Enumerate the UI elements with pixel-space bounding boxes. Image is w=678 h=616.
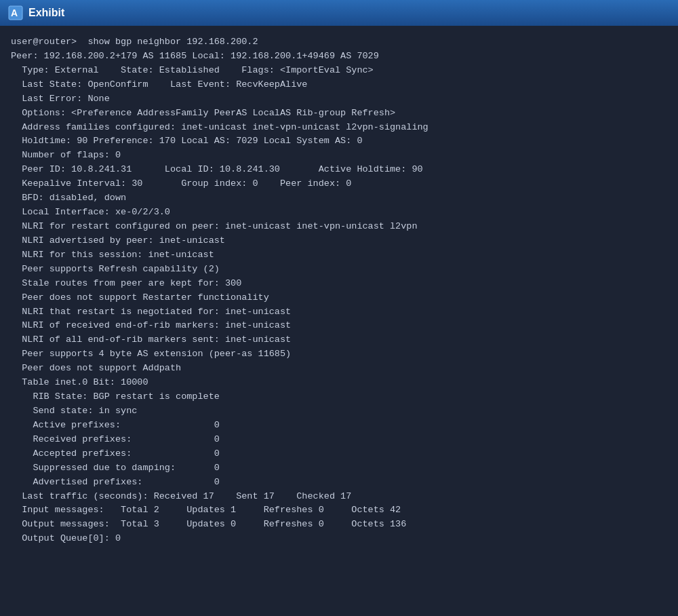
terminal-line: NLRI that restart is negotiated for: ine… (11, 305, 667, 320)
terminal-line: Input messages: Total 2 Updates 1 Refres… (11, 503, 667, 518)
terminal-line: Type: External State: Established Flags:… (11, 64, 667, 78)
terminal-line: Holdtime: 90 Preference: 170 Local AS: 7… (11, 134, 667, 149)
terminal-line: Advertised prefixes: 0 (11, 476, 667, 490)
terminal-line: Suppressed due to damping: 0 (11, 461, 667, 476)
terminal-line: Local Interface: xe-0/2/3.0 (11, 206, 667, 220)
terminal-line: Peer does not support Addpath (11, 362, 667, 376)
terminal-line: Number of flaps: 0 (11, 149, 667, 163)
terminal-output: user@router> show bgp neighbor 192.168.2… (0, 26, 678, 616)
terminal-line: Peer ID: 10.8.241.31 Local ID: 10.8.241.… (11, 163, 667, 177)
terminal-line: Last Error: None (11, 92, 667, 107)
terminal-line: NLRI of all end-of-rib markers sent: ine… (11, 333, 667, 347)
terminal-line: Accepted prefixes: 0 (11, 447, 667, 461)
terminal-line: Address families configured: inet-unicas… (11, 121, 667, 135)
terminal-line: Output Queue[0]: 0 (11, 532, 667, 546)
terminal-line: user@router> show bgp neighbor 192.168.2… (11, 35, 667, 50)
terminal-line: Received prefixes: 0 (11, 433, 667, 447)
terminal-line: Stale routes from peer are kept for: 300 (11, 277, 667, 291)
window-title: Exhibit (28, 7, 64, 19)
terminal-line: Output messages: Total 3 Updates 0 Refre… (11, 518, 667, 532)
terminal-line: NLRI for this session: inet-unicast (11, 248, 667, 263)
exhibit-icon: A (8, 5, 23, 20)
title-bar: A Exhibit (0, 0, 678, 26)
terminal-line: Peer supports Refresh capability (2) (11, 263, 667, 277)
terminal-line: Peer supports 4 byte AS extension (peer-… (11, 347, 667, 362)
terminal-line: Peer: 192.168.200.2+179 AS 11685 Local: … (11, 50, 667, 64)
terminal-line: NLRI of received end-of-rib markers: ine… (11, 319, 667, 333)
terminal-line: Last traffic (seconds): Received 17 Sent… (11, 490, 667, 504)
terminal-line: Options: <Preference AddressFamily PeerA… (11, 107, 667, 121)
terminal-line: Peer does not support Restarter function… (11, 291, 667, 305)
terminal-line: Send state: in sync (11, 404, 667, 419)
terminal-line: Active prefixes: 0 (11, 419, 667, 433)
terminal-line: BFD: disabled, down (11, 191, 667, 206)
terminal-line: Last State: OpenConfirm Last Event: Recv… (11, 78, 667, 92)
svg-text:A: A (11, 7, 18, 18)
terminal-line: NLRI for restart configured on peer: ine… (11, 220, 667, 234)
terminal-line: RIB State: BGP restart is complete (11, 390, 667, 404)
terminal-line: NLRI advertised by peer: inet-unicast (11, 234, 667, 248)
terminal-line: Keepalive Interval: 30 Group index: 0 Pe… (11, 177, 667, 191)
terminal-line: Table inet.0 Bit: 10000 (11, 376, 667, 390)
